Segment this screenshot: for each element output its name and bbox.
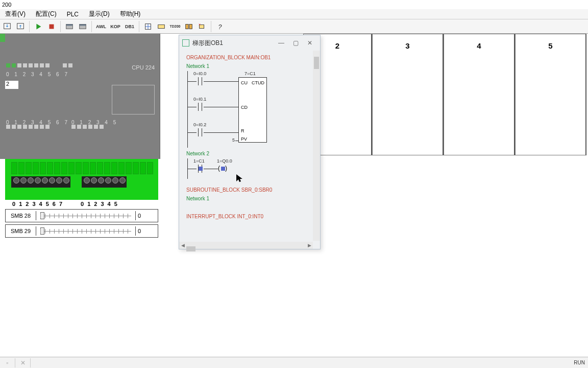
plc-simulator: CPU 224 0 1 2 3 4 5 6 7 2 0 1 2 3 4 5 6 … <box>0 34 160 159</box>
ladder-dialog: 梯形图OB1 — ▢ ✕ ORGANIZATION_BLOCK MAIN:OB1… <box>179 35 321 249</box>
svg-text:?: ? <box>218 23 222 30</box>
run-status: RUN <box>574 360 588 365</box>
module1-icon[interactable] <box>63 20 76 33</box>
kop-button[interactable]: KOP <box>109 20 122 33</box>
sbr-header: SUBROUTINE_BLOCK SBR_0:SBR0 <box>186 187 313 193</box>
menu-plc[interactable]: PLC <box>62 10 84 19</box>
counter-box[interactable]: CUCTUD CD R PV <box>238 77 267 143</box>
rung-2[interactable]: 1=C1 1=Q0.0 <box>187 158 313 179</box>
i00-label: 0=I0.0 <box>193 71 206 76</box>
pv-value: 5 <box>232 137 235 143</box>
tool4-icon[interactable] <box>196 20 208 33</box>
maximize-button[interactable]: ▢ <box>288 37 303 49</box>
dialog-hscroll[interactable]: ◀▶ <box>179 242 313 249</box>
sim-rect <box>112 85 155 114</box>
svg-rect-4 <box>66 24 73 26</box>
close-button[interactable]: ✕ <box>303 37 317 49</box>
contact-i00[interactable] <box>197 77 204 85</box>
tool1-icon[interactable] <box>142 20 154 33</box>
menu-display[interactable]: 显示(D) <box>84 9 115 19</box>
sim-tab[interactable] <box>0 34 5 42</box>
smb28-row: SMB 28 0 <box>5 209 158 222</box>
rung-1[interactable]: 0=I0.0 7=C1 CUCTUD CD R PV 0=I0.1 <box>187 71 313 148</box>
smb29-label: SMB 29 <box>6 226 36 236</box>
input-leds-a <box>6 63 72 67</box>
menu-help[interactable]: 帮助(H) <box>115 9 146 19</box>
module2-icon[interactable] <box>77 20 89 33</box>
td200-button[interactable]: TD200 <box>168 20 182 33</box>
pane-5[interactable]: 5 <box>515 34 586 155</box>
smb29-slider[interactable] <box>36 231 135 232</box>
r-pin: R <box>241 128 244 133</box>
pv-pin: PV <box>241 136 247 142</box>
cd-pin: CD <box>241 105 248 110</box>
workarea: CPU 224 0 1 2 3 4 5 6 7 2 0 1 2 3 4 5 6 … <box>0 34 588 357</box>
cpu-label: CPU 224 <box>132 64 155 71</box>
statusbar-tab1[interactable]: ▫ <box>0 358 15 367</box>
dialog-titlebar[interactable]: 梯形图OB1 — ▢ ✕ <box>179 35 320 51</box>
display-value: 2 <box>5 81 18 89</box>
status-bar: ▫ ✕ RUN <box>0 357 588 368</box>
ctud-label: CTUD <box>252 80 264 85</box>
i02-label: 0=I0.2 <box>193 122 206 127</box>
pane-3[interactable]: 3 <box>372 34 444 155</box>
statusbar-close[interactable]: ✕ <box>15 358 31 367</box>
svg-rect-8 <box>158 25 165 28</box>
smb28-label: SMB 28 <box>6 211 36 220</box>
db1-button[interactable]: DB1 <box>123 20 136 33</box>
output-leds-a <box>6 125 50 129</box>
svg-rect-9 <box>186 24 188 29</box>
ob-header: ORGANIZATION_BLOCK MAIN:OB1 <box>186 55 313 60</box>
smb29-value: 0 <box>135 226 158 236</box>
terminal-nums-b: 012345 <box>62 201 117 207</box>
toolbar: AWL KOP DB1 TD200 ? <box>0 19 588 34</box>
minimize-button[interactable]: — <box>274 37 288 49</box>
dialog-title: 梯形图OB1 <box>192 39 274 48</box>
output-leds-b <box>71 125 104 129</box>
network1-label: Network 1 <box>186 63 313 69</box>
q00-label: 1=Q0.0 <box>217 158 232 164</box>
smb28-value: 0 <box>135 211 158 220</box>
i01-label: 0=I0.1 <box>193 97 206 102</box>
run-icon[interactable] <box>32 20 44 33</box>
pane-4[interactable]: 4 <box>444 34 515 155</box>
upload-icon[interactable] <box>14 20 27 33</box>
contact-state-on <box>199 167 203 171</box>
c1-contact-label: 1=C1 <box>193 158 205 164</box>
network1b-label: Network 1 <box>186 196 313 201</box>
menu-config[interactable]: 配置(C) <box>31 9 62 19</box>
coil-state-on <box>221 167 225 171</box>
smb29-row: SMB 29 0 <box>5 224 158 238</box>
dialog-body: ORGANIZATION_BLOCK MAIN:OB1 Network 1 0=… <box>179 51 320 240</box>
contact-i01[interactable] <box>197 103 204 111</box>
svg-rect-2 <box>50 24 54 29</box>
awl-button[interactable]: AWL <box>94 20 108 33</box>
terminal-nums-a: 01234567 <box>5 201 62 207</box>
svg-rect-10 <box>189 24 192 29</box>
c1-label: 7=C1 <box>244 71 256 76</box>
smb28-slider[interactable] <box>36 216 135 216</box>
menu-bar: 查看(V) 配置(C) PLC 显示(D) 帮助(H) <box>0 9 588 19</box>
help-icon[interactable]: ? <box>214 20 226 33</box>
dialog-vscroll[interactable] <box>313 51 320 241</box>
network2-label: Network 2 <box>186 151 313 156</box>
download-icon[interactable] <box>1 20 13 33</box>
cu-pin: CU <box>241 80 248 85</box>
tool2-icon[interactable] <box>155 20 167 33</box>
stop-icon[interactable] <box>45 20 58 33</box>
menu-view[interactable]: 查看(V) <box>0 9 31 19</box>
int-header: INTERRUPT_BLOCK INT_0:INT0 <box>186 214 313 219</box>
svg-rect-6 <box>80 24 86 26</box>
dialog-icon <box>182 39 189 47</box>
terminal-block <box>5 159 158 200</box>
contact-i02[interactable] <box>197 128 204 136</box>
tool3-icon[interactable] <box>183 20 195 33</box>
input-nums-a: 0 1 2 3 4 5 6 7 <box>6 72 69 77</box>
title-bar: 200 <box>0 0 588 9</box>
